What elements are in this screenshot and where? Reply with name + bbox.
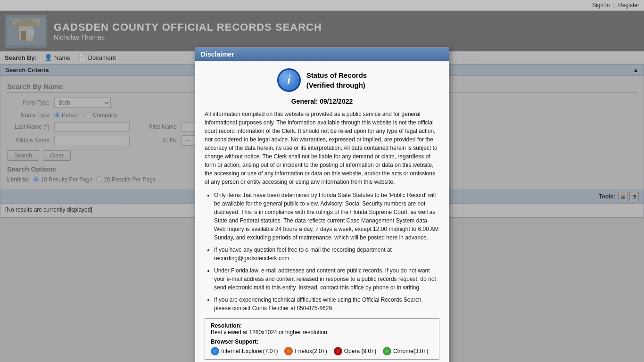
ff-icon	[284, 347, 293, 355]
browser-list: Internet Explorer(7.0+) Firefox(2.0+) Op…	[211, 347, 433, 355]
bullet-1: Only items that have been determined by …	[214, 191, 439, 242]
ff-browser: Firefox(2.0+)	[284, 347, 327, 355]
disclaimer-text: All information compiled on this website…	[205, 110, 439, 186]
bullet-4: If you are experiencing technical diffic…	[214, 296, 439, 313]
op-label: Opera (9.0+)	[344, 348, 376, 354]
op-icon	[334, 347, 342, 355]
general-label: General:	[291, 98, 318, 105]
info-letter: i	[287, 74, 290, 87]
resolution-text: Best viewed at 1280x1024 or higher resol…	[211, 329, 433, 336]
ie-browser: Internet Explorer(7.0+)	[211, 347, 278, 355]
ch-browser: Chrome(3.0+)	[383, 347, 428, 355]
status-header: i Status of Records (Verified through)	[205, 68, 439, 92]
modal-overlay: Disclaimer i Status of Records (Verified…	[0, 0, 644, 362]
op-browser: Opera (9.0+)	[334, 347, 376, 355]
disclaimer-modal: Disclaimer i Status of Records (Verified…	[195, 47, 449, 362]
info-icon: i	[277, 68, 301, 92]
general-date: General: 09/12/2022	[205, 98, 439, 105]
ch-icon	[383, 347, 391, 355]
general-date-value: 09/12/2022	[320, 98, 353, 105]
status-title-line2: (Verified through)	[306, 80, 367, 90]
modal-title: Disclaimer	[201, 50, 234, 58]
resolution-box: Resolution: Best viewed at 1280x1024 or …	[205, 318, 439, 360]
resolution-label: Resolution:	[211, 322, 433, 329]
browser-label: Browser Support:	[211, 338, 433, 345]
status-title-line1: Status of Records	[306, 70, 367, 80]
bullet-3: Under Florida law, e-mail addresses and …	[214, 266, 439, 292]
ie-icon	[211, 347, 219, 355]
disclaimer-bullets: Only items that have been determined by …	[205, 191, 439, 313]
ch-label: Chrome(3.0+)	[393, 348, 428, 354]
status-text: Status of Records (Verified through)	[306, 70, 367, 90]
bullet-2: If you have any question feel free to e-…	[214, 246, 439, 263]
ff-label: Firefox(2.0+)	[295, 348, 327, 354]
ie-label: Internet Explorer(7.0+)	[221, 348, 278, 354]
modal-body: i Status of Records (Verified through) G…	[195, 61, 449, 362]
modal-title-bar: Disclaimer	[195, 48, 449, 61]
